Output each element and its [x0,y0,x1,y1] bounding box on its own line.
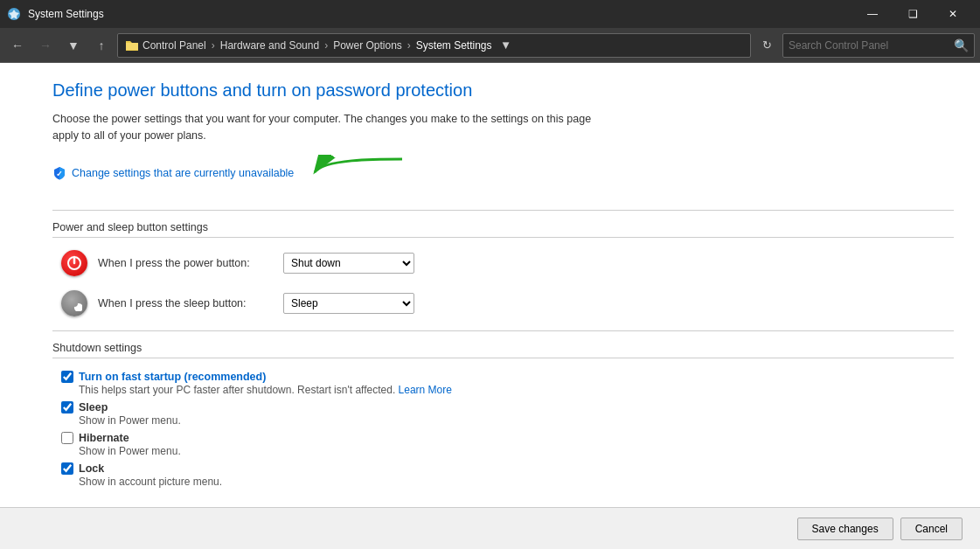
title-text: System Settings [28,8,104,20]
maximize-button[interactable]: ❑ [893,0,933,28]
main-content: Define power buttons and turn on passwor… [0,63,980,549]
power-section-header: Power and sleep button settings [52,221,954,238]
fast-startup-title: Turn on fast startup (recommended) [79,371,266,383]
hibernate-checkbox[interactable] [61,432,73,444]
breadcrumb-current: System Settings [416,39,492,52]
up-button[interactable]: ↑ [89,33,114,58]
navigation-bar: ← → ▼ ↑ Control Panel › Hardware and Sou… [0,28,980,63]
change-settings-row: ✓ Change settings that are currently una… [52,155,954,192]
sleep-button-label: When I press the sleep button: [98,297,273,309]
power-button-label: When I press the power button: [98,257,273,269]
fast-startup-desc: This helps start your PC faster after sh… [79,384,954,396]
address-bar: Control Panel › Hardware and Sound › Pow… [117,33,751,58]
shutdown-item-sleep: Sleep Show in Power menu. [52,401,954,427]
folder-icon [125,38,139,52]
search-bar: 🔍 [782,33,975,58]
page-description: Choose the power settings that you want … [52,111,594,144]
power-button-icon [61,250,87,276]
hibernate-title: Hibernate [79,432,129,444]
lock-title: Lock [79,462,104,475]
close-button[interactable]: ✕ [933,0,973,28]
shutdown-item-lock: Lock Show in account picture menu. [52,462,954,488]
search-button[interactable]: 🔍 [954,38,969,52]
shutdown-item-fast-startup: Turn on fast startup (recommended) This … [52,371,954,396]
lock-checkbox[interactable] [61,462,73,475]
power-button-select[interactable]: Shut down Do nothing Sleep Hibernate Tur… [283,253,414,274]
window-controls: — ❑ ✕ [852,0,973,28]
forward-button[interactable]: → [33,33,58,58]
lock-desc: Show in account picture menu. [79,476,954,488]
fast-startup-checkbox[interactable] [61,371,73,383]
change-settings-link[interactable]: Change settings that are currently unava… [72,167,294,179]
address-dropdown-button[interactable]: ▼ [497,33,515,58]
breadcrumb-control-panel[interactable]: Control Panel [142,39,206,52]
shutdown-section-header: Shutdown settings [52,342,954,358]
cancel-button[interactable]: Cancel [900,518,963,540]
breadcrumb-power-options[interactable]: Power Options [333,39,402,52]
shutdown-section: Shutdown settings Turn on fast startup (… [52,342,954,488]
dropdown-button[interactable]: ▼ [61,33,86,58]
minimize-button[interactable]: — [852,0,893,28]
fast-startup-header: Turn on fast startup (recommended) [61,371,954,383]
app-icon [7,7,21,21]
search-input[interactable] [789,39,950,52]
bottom-bar: Save changes Cancel [0,507,980,549]
green-arrow-annotation [306,155,411,192]
divider [52,210,954,211]
sleep-button-select[interactable]: Sleep Do nothing Hibernate Shut down [283,293,414,314]
hibernate-desc: Show in Power menu. [79,445,954,457]
sleep-header: Sleep [61,401,954,413]
shutdown-item-hibernate: Hibernate Show in Power menu. [52,432,954,457]
sleep-button-row: When I press the sleep button: Sleep Do … [52,290,954,316]
sleep-checkbox[interactable] [61,401,73,413]
divider-2 [52,330,954,331]
hibernate-header: Hibernate [61,432,954,444]
refresh-button[interactable]: ↻ [754,33,779,58]
sleep-title: Sleep [79,401,108,413]
content-area: Define power buttons and turn on passwor… [0,63,980,507]
breadcrumb-hardware-sound[interactable]: Hardware and Sound [220,39,319,52]
sleep-button-icon [61,290,87,316]
svg-text:✓: ✓ [56,170,63,178]
power-button-row: When I press the power button: Shut down… [52,250,954,276]
back-button[interactable]: ← [5,33,30,58]
sleep-desc: Show in Power menu. [79,414,954,427]
uac-shield-icon: ✓ [52,166,66,180]
page-title: Define power buttons and turn on passwor… [52,80,954,101]
learn-more-link[interactable]: Learn More [399,384,452,396]
title-bar: System Settings — ❑ ✕ [0,0,980,28]
lock-header: Lock [61,462,954,475]
save-changes-button[interactable]: Save changes [797,518,893,540]
